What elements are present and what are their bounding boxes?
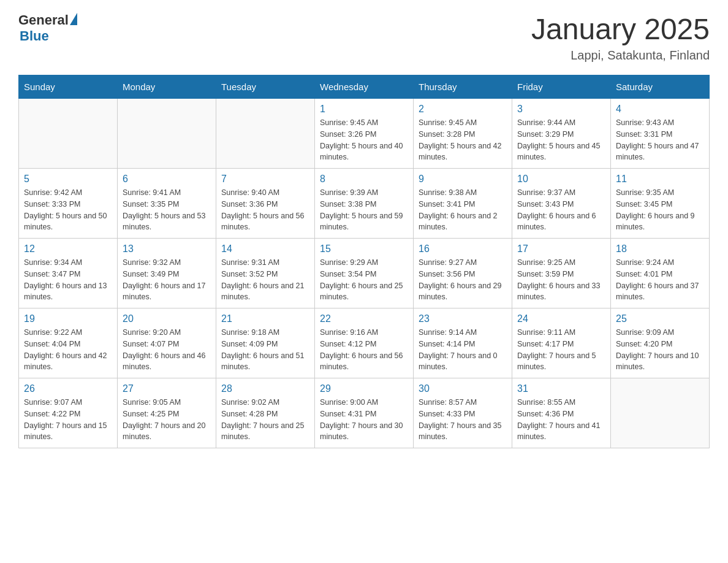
- calendar-cell: 20Sunrise: 9:20 AMSunset: 4:07 PMDayligh…: [118, 308, 216, 378]
- day-number: 31: [517, 383, 605, 394]
- logo-general-text: General: [18, 12, 69, 28]
- day-number: 26: [24, 383, 112, 394]
- day-number: 18: [616, 243, 704, 255]
- logo-triangle-icon: [70, 13, 77, 25]
- calendar-body: 1Sunrise: 9:45 AMSunset: 3:26 PMDaylight…: [19, 99, 710, 448]
- day-info: Sunrise: 9:44 AMSunset: 3:29 PMDaylight:…: [517, 117, 605, 163]
- location: Lappi, Satakunta, Finland: [531, 48, 710, 63]
- calendar-cell: [118, 99, 216, 169]
- calendar-cell: 13Sunrise: 9:32 AMSunset: 3:49 PMDayligh…: [118, 239, 216, 308]
- calendar-cell: [216, 99, 315, 169]
- calendar-cell: 10Sunrise: 9:37 AMSunset: 3:43 PMDayligh…: [512, 169, 611, 239]
- day-number: 29: [320, 383, 408, 394]
- day-info: Sunrise: 9:39 AMSunset: 3:38 PMDaylight:…: [320, 187, 408, 233]
- day-number: 25: [616, 313, 704, 324]
- title-section: January 2025 Lappi, Satakunta, Finland: [531, 12, 710, 63]
- calendar-cell: 12Sunrise: 9:34 AMSunset: 3:47 PMDayligh…: [19, 239, 118, 308]
- day-info: Sunrise: 9:32 AMSunset: 3:49 PMDaylight:…: [123, 257, 211, 303]
- day-info: Sunrise: 9:20 AMSunset: 4:07 PMDaylight:…: [123, 327, 211, 373]
- day-info: Sunrise: 9:22 AMSunset: 4:04 PMDaylight:…: [24, 327, 112, 373]
- day-number: 12: [24, 243, 112, 255]
- day-info: Sunrise: 9:25 AMSunset: 3:59 PMDaylight:…: [517, 257, 605, 303]
- day-info: Sunrise: 9:31 AMSunset: 3:52 PMDaylight:…: [221, 257, 309, 303]
- logo: General Blue: [18, 12, 77, 44]
- day-info: Sunrise: 9:45 AMSunset: 3:26 PMDaylight:…: [320, 117, 408, 163]
- day-info: Sunrise: 9:00 AMSunset: 4:31 PMDaylight:…: [320, 397, 408, 443]
- calendar-cell: 30Sunrise: 8:57 AMSunset: 4:33 PMDayligh…: [414, 378, 512, 448]
- calendar-cell: 7Sunrise: 9:40 AMSunset: 3:36 PMDaylight…: [216, 169, 315, 239]
- day-number: 28: [221, 383, 309, 394]
- calendar-table: SundayMondayTuesdayWednesdayThursdayFrid…: [18, 75, 710, 448]
- day-number: 27: [123, 383, 211, 394]
- calendar-cell: 1Sunrise: 9:45 AMSunset: 3:26 PMDaylight…: [315, 99, 414, 169]
- header-day-monday: Monday: [118, 75, 216, 99]
- day-info: Sunrise: 9:07 AMSunset: 4:22 PMDaylight:…: [24, 397, 112, 443]
- calendar-cell: 8Sunrise: 9:39 AMSunset: 3:38 PMDaylight…: [315, 169, 414, 239]
- week-row-5: 26Sunrise: 9:07 AMSunset: 4:22 PMDayligh…: [19, 378, 710, 448]
- header-day-saturday: Saturday: [611, 75, 710, 99]
- day-info: Sunrise: 9:29 AMSunset: 3:54 PMDaylight:…: [320, 257, 408, 303]
- calendar-cell: 28Sunrise: 9:02 AMSunset: 4:28 PMDayligh…: [216, 378, 315, 448]
- day-info: Sunrise: 9:45 AMSunset: 3:28 PMDaylight:…: [419, 117, 507, 163]
- day-info: Sunrise: 9:37 AMSunset: 3:43 PMDaylight:…: [517, 187, 605, 233]
- day-number: 2: [419, 104, 507, 115]
- day-info: Sunrise: 9:16 AMSunset: 4:12 PMDaylight:…: [320, 327, 408, 373]
- day-number: 24: [517, 313, 605, 324]
- day-number: 19: [24, 313, 112, 324]
- day-info: Sunrise: 9:27 AMSunset: 3:56 PMDaylight:…: [419, 257, 507, 303]
- calendar-cell: 31Sunrise: 8:55 AMSunset: 4:36 PMDayligh…: [512, 378, 611, 448]
- calendar-cell: 29Sunrise: 9:00 AMSunset: 4:31 PMDayligh…: [315, 378, 414, 448]
- day-info: Sunrise: 9:38 AMSunset: 3:41 PMDaylight:…: [419, 187, 507, 233]
- day-info: Sunrise: 8:55 AMSunset: 4:36 PMDaylight:…: [517, 397, 605, 443]
- day-number: 9: [419, 174, 507, 185]
- header-day-sunday: Sunday: [19, 75, 118, 99]
- day-info: Sunrise: 9:40 AMSunset: 3:36 PMDaylight:…: [221, 187, 309, 233]
- day-number: 30: [419, 383, 507, 394]
- calendar-cell: 27Sunrise: 9:05 AMSunset: 4:25 PMDayligh…: [118, 378, 216, 448]
- header-day-tuesday: Tuesday: [216, 75, 315, 99]
- calendar-cell: 4Sunrise: 9:43 AMSunset: 3:31 PMDaylight…: [611, 99, 710, 169]
- calendar-cell: 21Sunrise: 9:18 AMSunset: 4:09 PMDayligh…: [216, 308, 315, 378]
- calendar-cell: 17Sunrise: 9:25 AMSunset: 3:59 PMDayligh…: [512, 239, 611, 308]
- day-number: 20: [123, 313, 211, 324]
- calendar-cell: 26Sunrise: 9:07 AMSunset: 4:22 PMDayligh…: [19, 378, 118, 448]
- header-day-thursday: Thursday: [414, 75, 512, 99]
- week-row-1: 1Sunrise: 9:45 AMSunset: 3:26 PMDaylight…: [19, 99, 710, 169]
- day-info: Sunrise: 9:09 AMSunset: 4:20 PMDaylight:…: [616, 327, 704, 373]
- month-title: January 2025: [531, 12, 710, 46]
- day-info: Sunrise: 8:57 AMSunset: 4:33 PMDaylight:…: [419, 397, 507, 443]
- header-day-friday: Friday: [512, 75, 611, 99]
- day-info: Sunrise: 9:24 AMSunset: 4:01 PMDaylight:…: [616, 257, 704, 303]
- calendar-cell: 16Sunrise: 9:27 AMSunset: 3:56 PMDayligh…: [414, 239, 512, 308]
- day-info: Sunrise: 9:35 AMSunset: 3:45 PMDaylight:…: [616, 187, 704, 233]
- day-info: Sunrise: 9:18 AMSunset: 4:09 PMDaylight:…: [221, 327, 309, 373]
- day-number: 16: [419, 243, 507, 255]
- day-number: 11: [616, 174, 704, 185]
- day-number: 6: [123, 174, 211, 185]
- calendar-cell: 3Sunrise: 9:44 AMSunset: 3:29 PMDaylight…: [512, 99, 611, 169]
- day-info: Sunrise: 9:42 AMSunset: 3:33 PMDaylight:…: [24, 187, 112, 233]
- week-row-4: 19Sunrise: 9:22 AMSunset: 4:04 PMDayligh…: [19, 308, 710, 378]
- calendar-cell: 9Sunrise: 9:38 AMSunset: 3:41 PMDaylight…: [414, 169, 512, 239]
- calendar-cell: 25Sunrise: 9:09 AMSunset: 4:20 PMDayligh…: [611, 308, 710, 378]
- day-number: 7: [221, 174, 309, 185]
- day-info: Sunrise: 9:11 AMSunset: 4:17 PMDaylight:…: [517, 327, 605, 373]
- day-number: 1: [320, 104, 408, 115]
- header-row: SundayMondayTuesdayWednesdayThursdayFrid…: [19, 75, 710, 99]
- week-row-2: 5Sunrise: 9:42 AMSunset: 3:33 PMDaylight…: [19, 169, 710, 239]
- day-info: Sunrise: 9:02 AMSunset: 4:28 PMDaylight:…: [221, 397, 309, 443]
- day-number: 8: [320, 174, 408, 185]
- week-row-3: 12Sunrise: 9:34 AMSunset: 3:47 PMDayligh…: [19, 239, 710, 308]
- day-number: 22: [320, 313, 408, 324]
- day-info: Sunrise: 9:05 AMSunset: 4:25 PMDaylight:…: [123, 397, 211, 443]
- calendar-cell: 22Sunrise: 9:16 AMSunset: 4:12 PMDayligh…: [315, 308, 414, 378]
- calendar-cell: 5Sunrise: 9:42 AMSunset: 3:33 PMDaylight…: [19, 169, 118, 239]
- day-info: Sunrise: 9:34 AMSunset: 3:47 PMDaylight:…: [24, 257, 112, 303]
- header-day-wednesday: Wednesday: [315, 75, 414, 99]
- day-number: 3: [517, 104, 605, 115]
- calendar-cell: 23Sunrise: 9:14 AMSunset: 4:14 PMDayligh…: [414, 308, 512, 378]
- calendar-cell: 2Sunrise: 9:45 AMSunset: 3:28 PMDaylight…: [414, 99, 512, 169]
- day-number: 10: [517, 174, 605, 185]
- day-info: Sunrise: 9:14 AMSunset: 4:14 PMDaylight:…: [419, 327, 507, 373]
- day-number: 4: [616, 104, 704, 115]
